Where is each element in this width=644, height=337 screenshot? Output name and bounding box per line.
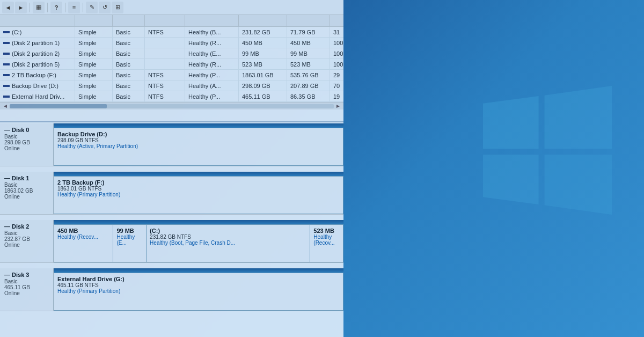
volume-icon: [3, 63, 10, 65]
col-header-pctfree: [330, 15, 343, 26]
volume-icon: [3, 53, 10, 55]
disk-row: — Disk 3 Basic 465.11 GB Online External…: [0, 268, 343, 311]
table-row[interactable]: (Disk 2 partition 1)SimpleBasicHealthy (…: [0, 38, 343, 48]
table-cell: 29: [330, 70, 343, 80]
table-cell: Simple: [75, 70, 113, 80]
partition-size: 1863.01 GB NTFS: [57, 186, 340, 192]
partition-name: 523 MB: [313, 228, 340, 234]
table-cell: 523 MB: [287, 59, 330, 69]
partition-status: Healthy (Recov...: [57, 234, 109, 240]
table-cell: Simple: [75, 38, 113, 48]
table-cell: Healthy (R...: [185, 38, 239, 48]
table-row[interactable]: (C:)SimpleBasicNTFSHealthy (B...231.82 G…: [0, 27, 343, 38]
svg-marker-1: [545, 86, 612, 149]
table-cell: 523 MB: [239, 59, 287, 69]
table-cell: Simple: [75, 91, 113, 101]
volume-icon: [3, 96, 10, 98]
table-cell: 298.09 GB: [239, 80, 287, 91]
disk-name: — Disk 2: [4, 223, 49, 230]
scroll-thumb[interactable]: [10, 104, 107, 108]
svg-marker-0: [483, 96, 539, 149]
partition-name: External Hard Drive (G:): [57, 276, 340, 282]
table-cell: (Disk 2 partition 5): [0, 59, 75, 69]
table-cell: 99 MB: [239, 48, 287, 58]
disk-type: Basic: [4, 182, 49, 188]
table-cell: 535.76 GB: [287, 70, 330, 80]
help-btn[interactable]: ?: [50, 2, 62, 13]
volume-table-header: [0, 15, 343, 27]
disk-partitions-area: 450 MB Healthy (Recov... 99 MB Healthy (…: [54, 220, 343, 263]
disk-name: — Disk 1: [4, 175, 49, 181]
col-header-status: [185, 15, 239, 26]
disk-online-status: Online: [4, 242, 49, 248]
partition[interactable]: 523 MB Healthy (Recov...: [310, 224, 343, 262]
disk-online-status: Online: [4, 145, 49, 151]
disk-name: — Disk 0: [4, 127, 49, 133]
horizontal-scrollbar[interactable]: ◄ ►: [0, 102, 343, 109]
partition-status: Healthy (Boot, Page File, Crash D...: [150, 240, 306, 246]
volume-icon: [3, 85, 10, 87]
partition-status: Healthy (Active, Primary Partition): [57, 143, 340, 149]
scroll-track[interactable]: [10, 104, 334, 108]
disk-label: — Disk 3 Basic 465.11 GB Online: [0, 268, 54, 311]
partition[interactable]: External Hard Drive (G:) 465.11 GB NTFS …: [54, 273, 343, 311]
disk-parts-row: Backup Drive (D:) 298.09 GB NTFS Healthy…: [54, 128, 343, 166]
table-cell: External Hard Driv...: [0, 91, 75, 101]
col-header-filesystem: [145, 15, 185, 26]
table-cell: NTFS: [145, 80, 185, 91]
table-cell: Backup Drive (D:): [0, 80, 75, 91]
partition[interactable]: Backup Drive (D:) 298.09 GB NTFS Healthy…: [54, 128, 343, 166]
table-cell: Basic: [113, 48, 145, 58]
table-row[interactable]: (Disk 2 partition 5)SimpleBasicHealthy (…: [0, 59, 343, 70]
table-cell: Simple: [75, 27, 113, 37]
scroll-left-btn[interactable]: ◄: [1, 102, 10, 110]
table-cell: Healthy (R...: [185, 59, 239, 69]
col-header-layout: [75, 15, 113, 26]
disk-row-spacer: [0, 312, 343, 316]
toolbar-separator-2: [47, 3, 48, 12]
rescan-btn[interactable]: ↺: [99, 2, 111, 13]
partition-name: (C:): [150, 228, 306, 234]
col-header-volume: [0, 15, 75, 26]
disk-management-panel: ◄ ► ▦ ? ≡ ✎ ↺ ⊞ (C:)SimpleBasicNTFSHealt…: [0, 0, 343, 337]
forward-btn[interactable]: ►: [15, 2, 27, 13]
disk-map-pane[interactable]: — Disk 0 Basic 298.09 GB Online Backup D…: [0, 122, 343, 337]
disk-partitions-area: External Hard Drive (G:) 465.11 GB NTFS …: [54, 268, 343, 311]
table-row[interactable]: External Hard Driv...SimpleBasicNTFSHeal…: [0, 91, 343, 102]
partition-size: 298.09 GB NTFS: [57, 137, 340, 143]
list-view-btn[interactable]: ≡: [68, 2, 80, 13]
disk-row: — Disk 0 Basic 298.09 GB Online Backup D…: [0, 123, 343, 166]
disk-row: — Disk 2 Basic 232.87 GB Online 450 MB H…: [0, 220, 343, 263]
table-row[interactable]: Backup Drive (D:)SimpleBasicNTFSHealthy …: [0, 80, 343, 91]
properties-btn[interactable]: ⊞: [112, 2, 123, 13]
disk-online-status: Online: [4, 194, 49, 200]
partition[interactable]: (C:) 231.82 GB NTFS Healthy (Boot, Page …: [147, 224, 310, 262]
disk-type: Basic: [4, 279, 49, 284]
disk-size: 298.09 GB: [4, 140, 49, 145]
table-cell: (Disk 2 partition 1): [0, 38, 75, 48]
partition-size: 231.82 GB NTFS: [150, 234, 306, 240]
table-cell: 100: [330, 38, 343, 48]
disk-view-btn[interactable]: ▦: [33, 2, 45, 13]
table-cell: 70: [330, 80, 343, 91]
disk-top-bar: [54, 172, 343, 176]
table-cell: Healthy (E...: [185, 48, 239, 58]
disk-row: — Disk 1 Basic 1863.02 GB Online 2 TB Ba…: [0, 172, 343, 215]
disk-label: — Disk 0 Basic 298.09 GB Online: [0, 123, 54, 166]
volume-icon: [3, 74, 10, 76]
volume-icon: [3, 31, 10, 33]
action1-btn[interactable]: ✎: [86, 2, 98, 13]
table-row[interactable]: (Disk 2 partition 2)SimpleBasicHealthy (…: [0, 48, 343, 59]
table-cell: 450 MB: [239, 38, 287, 48]
table-cell: 100: [330, 48, 343, 58]
scroll-right-btn[interactable]: ►: [334, 102, 342, 110]
partition[interactable]: 450 MB Healthy (Recov...: [54, 224, 113, 262]
table-cell: Healthy (P...: [185, 91, 239, 101]
partition[interactable]: 2 TB Backup (F:) 1863.01 GB NTFS Healthy…: [54, 176, 343, 214]
partition[interactable]: 99 MB Healthy (E...: [113, 224, 147, 262]
disk-top-bar: [54, 123, 343, 128]
back-btn[interactable]: ◄: [2, 2, 14, 13]
table-row[interactable]: 2 TB Backup (F:)SimpleBasicNTFSHealthy (…: [0, 70, 343, 80]
table-cell: NTFS: [145, 70, 185, 80]
table-cell: Healthy (A...: [185, 80, 239, 91]
